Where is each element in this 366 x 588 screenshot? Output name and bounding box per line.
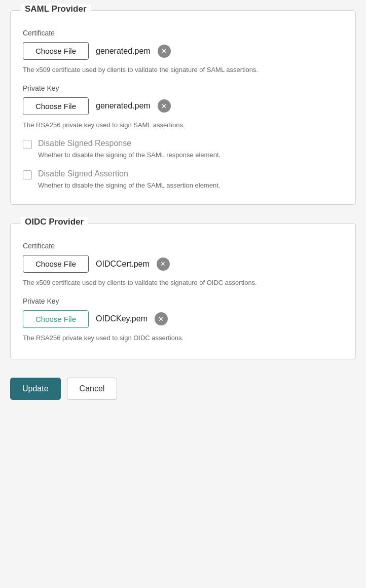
saml-disable-signed-response-row: Disable Signed Response Whether to disab…	[23, 139, 343, 160]
oidc-certificate-clear-icon[interactable]	[157, 258, 170, 271]
saml-certificate-file-name: generated.pem	[96, 47, 151, 56]
saml-disable-signed-assertion-label-group: Disable Signed Assertion Whether to disa…	[38, 169, 220, 191]
oidc-private-key-file-row: Choose File OIDCKey.pem	[23, 310, 343, 328]
saml-certificate-clear-icon[interactable]	[158, 45, 171, 58]
oidc-private-key-label: Private Key	[23, 297, 343, 305]
bottom-actions: Update Cancel	[10, 378, 356, 400]
saml-private-key-clear-icon[interactable]	[158, 99, 171, 113]
saml-provider-section: SAML Provider Certificate Choose File ge…	[10, 10, 356, 205]
saml-section-title: SAML Provider	[21, 4, 91, 14]
oidc-private-key-hint: The RSA256 private key used to sign OIDC…	[23, 333, 343, 343]
oidc-certificate-label: Certificate	[23, 242, 343, 250]
saml-disable-signed-response-checkbox-wrapper[interactable]	[23, 140, 32, 151]
saml-disable-signed-response-hint: Whether to disable the signing of the SA…	[38, 150, 221, 160]
oidc-certificate-choose-file-button[interactable]: Choose File	[23, 255, 89, 273]
saml-disable-signed-assertion-title: Disable Signed Assertion	[38, 169, 220, 178]
oidc-certificate-file-name: OIDCCert.pem	[96, 260, 150, 269]
oidc-section-title: OIDC Provider	[21, 217, 88, 227]
saml-disable-signed-response-checkbox[interactable]	[23, 140, 32, 149]
oidc-private-key-choose-file-button[interactable]: Choose File	[23, 310, 89, 328]
saml-certificate-choose-file-button[interactable]: Choose File	[23, 42, 89, 60]
saml-private-key-hint: The RSA256 private key used to sign SAML…	[23, 120, 343, 130]
saml-certificate-label: Certificate	[23, 29, 343, 37]
saml-certificate-hint: The x509 certificate used by clients to …	[23, 65, 343, 75]
oidc-private-key-file-name: OIDCKey.pem	[96, 314, 148, 323]
saml-private-key-choose-file-button[interactable]: Choose File	[23, 97, 89, 115]
saml-disable-signed-assertion-checkbox-wrapper[interactable]	[23, 170, 32, 181]
oidc-certificate-file-row: Choose File OIDCCert.pem	[23, 255, 343, 273]
saml-private-key-file-name: generated.pem	[96, 101, 151, 111]
saml-disable-signed-assertion-row: Disable Signed Assertion Whether to disa…	[23, 169, 343, 191]
saml-disable-signed-response-title: Disable Signed Response	[38, 139, 221, 148]
cancel-button[interactable]: Cancel	[67, 378, 118, 400]
oidc-private-key-clear-icon[interactable]	[155, 312, 168, 325]
saml-disable-signed-assertion-checkbox[interactable]	[23, 170, 32, 179]
update-button[interactable]: Update	[10, 378, 61, 400]
saml-private-key-file-row: Choose File generated.pem	[23, 97, 343, 115]
saml-disable-signed-assertion-hint: Whether to disable the signing of the SA…	[38, 180, 220, 191]
saml-disable-signed-response-label-group: Disable Signed Response Whether to disab…	[38, 139, 221, 160]
oidc-provider-section: OIDC Provider Certificate Choose File OI…	[10, 223, 356, 359]
saml-private-key-label: Private Key	[23, 84, 343, 92]
oidc-certificate-hint: The x509 certificate used by clients to …	[23, 278, 343, 288]
saml-certificate-file-row: Choose File generated.pem	[23, 42, 343, 60]
